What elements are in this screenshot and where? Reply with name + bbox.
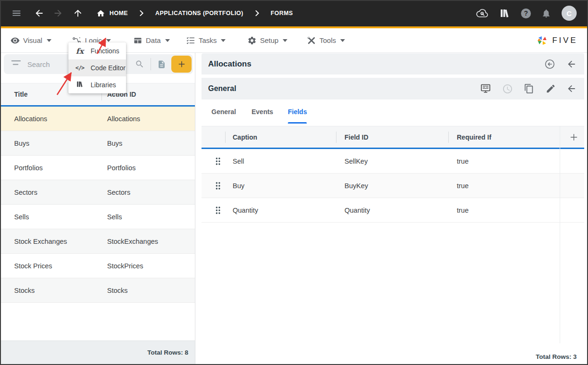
menu-label: Tasks (199, 36, 217, 44)
menu-tasks[interactable]: Tasks (186, 28, 226, 52)
help-icon[interactable]: ? (521, 8, 531, 18)
history-clock-icon[interactable] (501, 83, 513, 95)
breadcrumb-chevron-icon (139, 10, 144, 16)
notifications-bell-icon[interactable] (541, 8, 551, 18)
add-field-button[interactable] (567, 131, 580, 144)
libraries-icon (75, 80, 85, 90)
column-caption[interactable]: Caption (233, 133, 257, 141)
menu-setup[interactable]: Setup (247, 28, 287, 52)
caret-down-icon (340, 39, 345, 42)
field-row[interactable]: Buy BuyKey true (202, 174, 584, 198)
user-avatar[interactable]: C (562, 6, 577, 21)
row-action-id: Allocations (107, 115, 140, 123)
menu-label: Setup (260, 36, 278, 44)
column-field-id[interactable]: Field ID (344, 133, 369, 141)
breadcrumb-forms[interactable]: FORMS (271, 10, 293, 17)
row-action-id: StockExchanges (107, 238, 158, 245)
filter-icon[interactable] (11, 60, 21, 68)
field-row[interactable]: Sell SellKey true (202, 149, 584, 174)
tab-events[interactable]: Events (252, 100, 273, 124)
menu-data[interactable]: Data (133, 28, 170, 52)
menu-visual[interactable]: Visual (10, 28, 51, 52)
eye-icon (10, 36, 20, 45)
revert-circle-icon[interactable] (544, 58, 556, 70)
menu-tools[interactable]: Tools (307, 28, 345, 52)
column-divider (560, 126, 560, 343)
menu-item-code-editor[interactable]: </> Code Editor (68, 59, 126, 76)
document-icon[interactable] (157, 60, 166, 69)
copy-icon[interactable] (523, 83, 535, 95)
fx-icon: fx (75, 47, 85, 56)
edit-pencil-icon[interactable] (545, 83, 557, 95)
form-row[interactable]: SellsSells (1, 205, 195, 229)
breadcrumb-applications[interactable]: APPLICATIONS (PORTFOLIO) (155, 10, 243, 17)
cloud-search-icon[interactable] (476, 8, 489, 19)
menu-item-functions[interactable]: fx Functions (68, 42, 126, 59)
column-title[interactable]: Title (14, 91, 28, 98)
tasks-checklist-icon (186, 36, 195, 45)
row-title: Allocations (14, 115, 47, 123)
menu-item-label: Functions (91, 47, 119, 55)
row-title: Stock Prices (14, 262, 52, 270)
drag-handle-icon[interactable] (215, 206, 221, 215)
tab-general[interactable]: General (211, 100, 236, 124)
plus-icon (569, 133, 579, 142)
knowledge-library-icon[interactable] (499, 8, 511, 19)
field-id: SellKey (344, 158, 368, 165)
forms-table-footer: Total Rows: 8 (1, 340, 195, 364)
form-detail-panel: Allocations General (202, 53, 584, 364)
menu-label: Visual (23, 36, 42, 44)
form-row[interactable]: Stock PricesStockPrices (1, 254, 195, 278)
form-row[interactable]: PortfoliosPortfolios (1, 156, 195, 180)
form-detail-header: Allocations (202, 53, 584, 75)
field-required-if: true (457, 158, 469, 165)
search-icon[interactable] (135, 59, 144, 69)
row-title: Stock Exchanges (14, 238, 67, 245)
breadcrumb-chevron-icon (255, 10, 260, 16)
fields-table-body: Sell SellKey true Buy BuyKey true Quanti… (202, 149, 584, 223)
menu-item-libraries[interactable]: Libraries (68, 76, 126, 93)
row-action-id: Buys (107, 140, 122, 147)
toolbar-divider (151, 58, 151, 70)
menu-label: Tools (319, 36, 336, 44)
column-divider (336, 132, 336, 143)
breadcrumb-home[interactable]: HOME (109, 10, 128, 17)
general-section-header: General (202, 78, 584, 100)
logic-dropdown-menu: fx Functions </> Code Editor Libraries (68, 42, 126, 93)
drag-handle-icon[interactable] (215, 182, 221, 190)
form-row[interactable]: AllocationsAllocations (1, 107, 195, 131)
collapse-panel-arrow-icon[interactable] (565, 58, 578, 70)
home-icon[interactable] (96, 9, 105, 18)
column-required-if[interactable]: Required If (457, 133, 491, 141)
form-row[interactable]: SectorsSectors (1, 180, 195, 205)
forward-arrow-icon[interactable] (53, 8, 63, 18)
drag-handle-icon[interactable] (215, 157, 221, 166)
preview-form-monitor-icon[interactable] (479, 83, 492, 95)
add-form-button[interactable] (171, 56, 192, 73)
collapse-section-arrow-icon[interactable] (565, 83, 578, 95)
field-required-if: true (457, 207, 469, 214)
plus-icon (177, 60, 186, 68)
five-pinwheel-icon (536, 34, 548, 47)
caret-down-icon (221, 39, 226, 42)
form-title: Allocations (208, 59, 252, 69)
tab-fields[interactable]: Fields (288, 100, 307, 124)
form-row[interactable]: StocksStocks (1, 278, 195, 303)
row-title: Buys (14, 140, 29, 147)
hamburger-menu-icon[interactable] (11, 8, 22, 18)
field-row[interactable]: Quantity Quantity true (202, 198, 584, 223)
field-caption: Quantity (233, 207, 258, 214)
menu-label: Data (146, 36, 161, 44)
form-row[interactable]: BuysBuys (1, 131, 195, 156)
back-arrow-icon[interactable] (34, 8, 44, 18)
form-row[interactable]: Stock ExchangesStockExchanges (1, 229, 195, 254)
caret-down-icon (165, 39, 170, 42)
up-arrow-icon[interactable] (73, 8, 83, 18)
detail-tabs: General Events Fields (202, 100, 584, 124)
field-required-if: true (457, 182, 469, 190)
five-brand-logo: FIVE (536, 28, 578, 52)
row-action-id: StockPrices (107, 262, 143, 270)
field-id: BuyKey (344, 182, 368, 190)
caret-down-icon (283, 39, 287, 42)
row-action-id: Sells (107, 213, 122, 221)
